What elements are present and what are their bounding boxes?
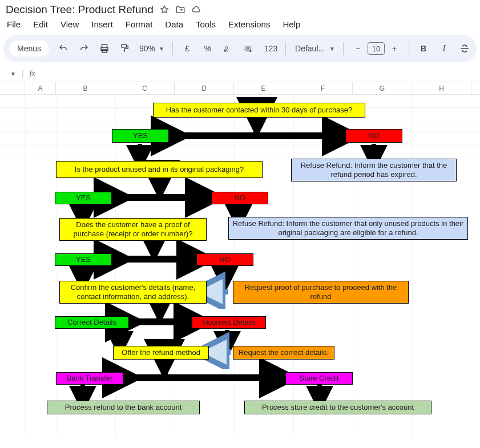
- undo-icon[interactable]: [57, 42, 70, 55]
- document-title[interactable]: Decision Tree: Product Refund: [6, 3, 154, 16]
- svg-rect-3: [122, 45, 126, 47]
- menu-help[interactable]: Help: [283, 19, 300, 29]
- flow-refuse-expired: Refuse Refund: Inform the customer that …: [291, 159, 457, 181]
- flow-offer-method: Offer the refund method: [113, 346, 209, 360]
- font-size-decrease-button[interactable]: −: [352, 42, 364, 55]
- column-header[interactable]: C: [115, 82, 175, 95]
- name-box-chevron-icon[interactable]: ▼: [10, 71, 16, 77]
- column-header[interactable]: B: [56, 82, 115, 95]
- menu-tools[interactable]: Tools: [196, 19, 216, 29]
- column-header[interactable]: E: [234, 82, 293, 95]
- flow-bank-transfer: Bank Transfer: [56, 372, 123, 385]
- print-icon[interactable]: [98, 42, 111, 55]
- menus-button[interactable]: Menus: [9, 41, 49, 56]
- flow-refuse-packaging: Refuse Refund: Inform the customer that …: [228, 217, 468, 240]
- menu-file[interactable]: File: [7, 19, 21, 29]
- cloud-status-icon[interactable]: [191, 5, 201, 15]
- font-family-button[interactable]: Defaul...: [294, 42, 326, 55]
- fx-icon: fx: [30, 69, 35, 78]
- paint-format-icon[interactable]: [119, 42, 131, 55]
- bold-button[interactable]: B: [417, 42, 430, 55]
- number-format-123-button[interactable]: 123: [264, 42, 277, 55]
- flow-request-correct: Request the correct details.: [233, 346, 334, 360]
- flow-question-3: Does the customer have a proof of purcha…: [59, 218, 207, 241]
- currency-button[interactable]: £: [181, 42, 193, 55]
- select-all-corner[interactable]: [0, 82, 25, 95]
- column-header[interactable]: H: [412, 82, 471, 95]
- menu-extensions[interactable]: Extensions: [228, 19, 270, 29]
- strikethrough-button[interactable]: [458, 42, 471, 55]
- decrease-decimal-button[interactable]: .0: [222, 42, 235, 55]
- svg-text:.00: .00: [244, 45, 251, 51]
- spreadsheet-grid[interactable]: A B C D E F G H: [0, 82, 480, 435]
- percent-button[interactable]: %: [201, 42, 214, 55]
- menu-edit[interactable]: Edit: [33, 19, 48, 29]
- increase-decimal-button[interactable]: .00: [243, 42, 256, 55]
- flow-yes-2: YES: [55, 192, 112, 204]
- italic-button[interactable]: I: [438, 42, 450, 55]
- column-header[interactable]: D: [175, 82, 234, 95]
- flow-no-2: NO: [211, 192, 268, 204]
- redo-icon[interactable]: [78, 42, 90, 55]
- flow-correct-details: Correct Details: [55, 316, 129, 329]
- flow-no-3: NO: [196, 253, 253, 266]
- flow-request-proof: Request proof of purchase to proceed wit…: [233, 281, 409, 304]
- flow-process-bank: Process refund to the bank account: [47, 401, 200, 414]
- menu-view[interactable]: View: [60, 19, 79, 29]
- toolbar-divider: [172, 42, 173, 55]
- flow-yes-1: YES: [112, 129, 169, 143]
- font-size-input[interactable]: 10: [368, 42, 385, 55]
- flow-store-credit: Store Credit: [285, 372, 353, 385]
- font-size-increase-button[interactable]: +: [388, 42, 401, 55]
- flow-question-1: Has the customer contacted within 30 day…: [153, 103, 365, 118]
- menu-format[interactable]: Format: [126, 19, 153, 29]
- font-family-chevron-down-icon[interactable]: ▼: [329, 46, 335, 52]
- toolbar: Menus 90% ▼ £ % .0 .00 123 Defaul... ▼ −…: [3, 35, 477, 62]
- zoom-chevron-down-icon[interactable]: ▼: [159, 46, 164, 52]
- menu-insert[interactable]: Insert: [91, 19, 113, 29]
- flow-process-store: Process store credit to the customer's a…: [244, 401, 431, 414]
- flowchart: Has the customer contacted within 30 day…: [0, 95, 468, 426]
- formula-bar: ▼ | fx: [0, 67, 480, 82]
- flow-yes-3: YES: [55, 253, 112, 266]
- zoom-value[interactable]: 90%: [139, 42, 155, 55]
- flow-confirm-details: Confirm the customer's details (name, co…: [59, 281, 207, 304]
- column-header[interactable]: F: [293, 82, 353, 95]
- menu-bar: File Edit View Insert Format Data Tools …: [0, 17, 480, 35]
- toolbar-divider: [409, 42, 409, 55]
- toolbar-divider: [343, 42, 344, 55]
- menu-data[interactable]: Data: [165, 19, 183, 29]
- column-headers: A B C D E F G H: [0, 82, 480, 95]
- star-icon[interactable]: [159, 5, 170, 15]
- column-header[interactable]: G: [353, 82, 412, 95]
- flow-question-2: Is the product unused and in its origina…: [56, 161, 263, 178]
- move-folder-icon[interactable]: [175, 5, 185, 15]
- toolbar-divider: [285, 42, 286, 55]
- flow-incorrect-details: Incorrect Details: [192, 316, 266, 329]
- flow-no-1: NO: [345, 129, 402, 143]
- svg-text:.0: .0: [224, 45, 228, 51]
- column-header[interactable]: A: [25, 82, 56, 95]
